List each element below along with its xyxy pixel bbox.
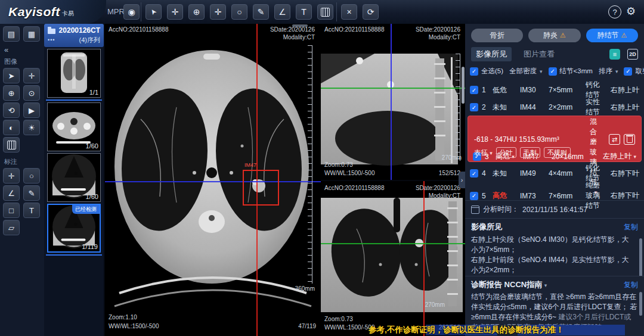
cursor-tool-button[interactable]: ➤	[3, 68, 20, 83]
angle-annotation-button[interactable]: ∠	[3, 185, 20, 201]
feature-tag-irregular[interactable]: 不规则	[544, 147, 571, 158]
nodule-row-3-selected[interactable]: ✓3 高危 ▾ IM47 20×16mm 混合磨玻璃结节 ▾ 左肺上叶 ▾ -6…	[467, 116, 642, 162]
settings-button[interactable]: ⚙	[626, 5, 636, 18]
study-header[interactable]: 20200126CT ••• (4)序列	[44, 24, 104, 47]
layout-icon: ▦	[28, 30, 35, 39]
small-nodule-checkbox[interactable]: ✓	[549, 67, 557, 76]
report-button[interactable]: ≡	[609, 49, 620, 60]
tab-image-view[interactable]: 图片查看	[519, 47, 559, 61]
density-filter-dropdown[interactable]: 全部密度	[509, 67, 537, 76]
collapse-rail-button[interactable]: «	[3, 43, 44, 54]
cursor-tool-button[interactable]: ➤	[145, 4, 162, 20]
mode-pill-fracture[interactable]: 骨折	[471, 29, 523, 42]
ruler-tool-button[interactable]: ✎	[253, 4, 269, 20]
series-thumbnail-axial-2[interactable]: 1/60	[47, 153, 101, 202]
findings-text-area[interactable]: 右肺上叶尖段（SeNO.4 IM30）见钙化结节影，大小为7×5mm； 右肺上叶…	[465, 234, 644, 276]
nodule-row-4[interactable]: ✓4 未知 IM49 4×4mm 钙化结节 右肺下叶	[465, 163, 644, 181]
layout-button[interactable]: ▦	[23, 26, 40, 42]
nodule-row-2[interactable]: ✓2 未知 IM44 2×2mm 实性结节 右肺上叶	[465, 97, 644, 114]
logo-text: Kayisoft	[8, 5, 60, 19]
sagittal-window-level: WW/WL:1500/-500	[324, 170, 374, 176]
zoom-in-tool-button[interactable]: ⊕	[3, 85, 20, 101]
text-icon: T	[301, 7, 306, 17]
brightness-button[interactable]: ☀	[23, 120, 40, 135]
more-icon[interactable]: •••	[48, 37, 55, 43]
panel-collapse-handle[interactable]: ›	[459, 172, 465, 188]
series-thumbnail-scout[interactable]: 1/1	[47, 49, 101, 98]
sagittal-scrollbar[interactable]	[462, 67, 465, 104]
nodule-size: 2×2mm	[549, 103, 586, 111]
axial-scroll-indicator[interactable]	[292, 24, 308, 27]
crosshair-vertical-red[interactable]	[423, 181, 425, 336]
nodule-row-5[interactable]: ✓5 高危 IM73 7×6mm 纯磨玻璃结节 右肺下叶	[465, 181, 644, 198]
axial-viewport[interactable]: IM47 AccNO:202101158888 SDate:20200126 M…	[104, 24, 321, 336]
help-button[interactable]: ?	[608, 5, 621, 18]
nodule-location-dropdown[interactable]: 左肺上叶 ▾	[598, 151, 636, 161]
crosshair-tool-button[interactable]: ✛	[210, 4, 226, 20]
magnify-tool-button[interactable]: ⊙	[23, 85, 40, 101]
delete-annotation-button[interactable]: ×	[341, 4, 357, 20]
axial-scale-ruler	[308, 45, 312, 284]
copy-findings-button[interactable]: 复制	[624, 222, 638, 232]
feature-tag-lobulation[interactable]: 分叶	[496, 147, 516, 158]
feature-tag-spiculation[interactable]: 毛刺	[520, 147, 540, 158]
crosshair-vertical-blue[interactable]	[391, 24, 392, 180]
eraser-button[interactable]: ▱	[3, 220, 20, 235]
axial-slice-position: 47/119	[298, 323, 316, 329]
nodule-checkbox[interactable]: ✓	[470, 169, 478, 178]
axial-zoom-level: Zoom:1.10	[109, 314, 137, 321]
reset-button[interactable]: ⟳	[363, 4, 379, 20]
round-checkbox[interactable]: ✓	[624, 67, 632, 76]
pan-tool-button[interactable]: ✛	[23, 68, 40, 83]
nodule-checkbox[interactable]: ✓	[470, 103, 478, 111]
copy-report-button[interactable]: 复制	[624, 280, 638, 290]
mode-pill-pneumonia[interactable]: 肺炎 ⚠	[528, 29, 580, 42]
pan-tool-button[interactable]: ✛	[167, 4, 183, 20]
crosshair-horizontal-green[interactable]	[321, 243, 465, 244]
report-text-area[interactable]: 结节为混合磨玻璃结节，直径 ≥6mm 若≥6mm且存在伴实性成分≤5mm，建议6…	[465, 291, 644, 325]
nodule-checkbox[interactable]: ✓	[470, 192, 478, 200]
delete-nodule-button[interactable]	[624, 134, 635, 145]
relocate-nodule-button[interactable]: ⇄	[609, 134, 620, 145]
sagittal-viewport[interactable]: AccNO:202101158888 SDate:20200126 Modali…	[321, 24, 465, 180]
crosshair-horizontal-blue[interactable]	[105, 181, 321, 182]
findings-scrollbar[interactable]	[639, 238, 642, 276]
mpr-button[interactable]: ◉	[123, 4, 140, 20]
ruler-annotation-button[interactable]: ✎	[23, 185, 40, 201]
ellipse-annotation-button[interactable]: ○	[23, 168, 40, 183]
coronal-viewport[interactable]: AccNO:202101158888 SDate:20200126 Modali…	[321, 181, 465, 336]
2d-view-button[interactable]: 2D	[627, 49, 638, 60]
tab-imaging-findings[interactable]: 影像所见	[471, 47, 512, 61]
sort-dropdown[interactable]: 排序	[599, 67, 612, 76]
select-all-checkbox[interactable]: ✓	[470, 67, 478, 76]
invert-contrast-button[interactable]: ◐	[3, 120, 20, 135]
nodule-risk: 高危	[493, 191, 520, 201]
report-scrollbar[interactable]	[639, 292, 642, 316]
text-annotation-button[interactable]: T	[23, 203, 40, 218]
nodule-bounding-box[interactable]	[243, 170, 279, 206]
series-list-button[interactable]: ▤	[3, 26, 20, 42]
detected-badge: 已经检测	[72, 205, 100, 214]
series-thumbnail-axial-1[interactable]: 1/60	[47, 102, 101, 151]
feature-dropdown[interactable]: 表征 ▾	[474, 148, 493, 157]
crosshair-horizontal-green[interactable]	[321, 88, 465, 89]
text-tool-button[interactable]: T	[296, 4, 312, 20]
nodule-checkbox[interactable]: ✓	[470, 86, 478, 94]
close-icon: ×	[346, 7, 351, 17]
mode-pill-lung-nodule[interactable]: 肺结节 ⚠	[586, 29, 638, 42]
window-level-button[interactable]	[3, 137, 20, 153]
series-panel: 20200126CT ••• (4)序列 1/1 1/60	[44, 24, 104, 336]
rectangle-annotation-button[interactable]: □	[3, 203, 20, 218]
cursor-icon: ➤	[8, 71, 15, 80]
rotate-image-button[interactable]: ⟲	[3, 102, 20, 118]
angle-tool-button[interactable]: ∠	[274, 4, 290, 20]
nodule-filter-row: ✓ 全选(5) 全部密度 ▾ ✓ 结节<3mm 排序 ▾ ✓ 取整	[465, 65, 644, 80]
series-thumbnail-axial-selected[interactable]: 已经检测 1/119	[47, 204, 101, 253]
zoom-tool-button[interactable]: ⊕	[188, 4, 205, 20]
crosshair-annotation-button[interactable]: ✛	[3, 168, 20, 183]
nodule-row-1[interactable]: ✓1 低危 IM30 7×5mm 钙化结节 右肺上叶	[465, 80, 644, 97]
window-level-button[interactable]	[317, 4, 333, 20]
report-title-dropdown[interactable]: 诊断报告 NCCN指南 ▾	[471, 279, 547, 290]
ellipse-tool-button[interactable]: ○	[231, 4, 247, 20]
cine-play-button[interactable]: ▶	[23, 102, 40, 118]
